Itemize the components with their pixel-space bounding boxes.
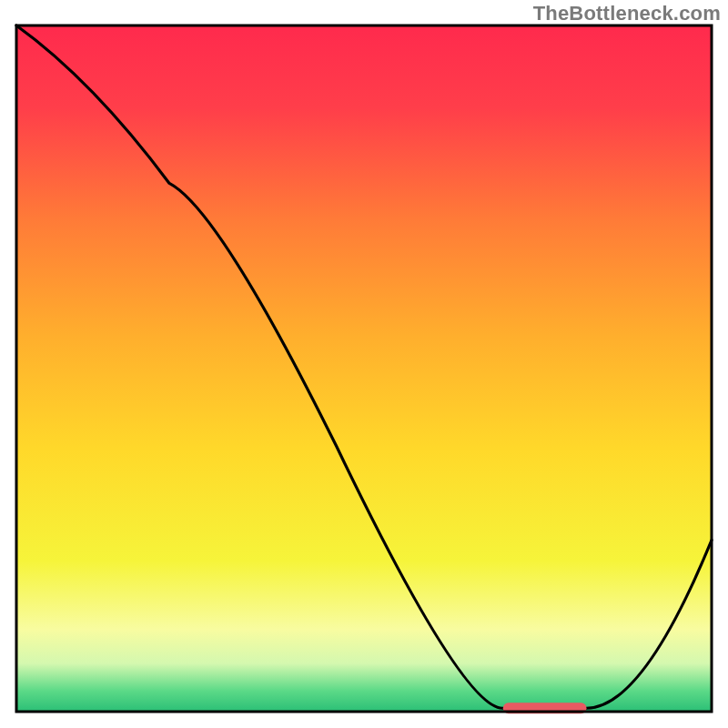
watermark-text: TheBottleneck.com bbox=[533, 2, 721, 25]
bottleneck-chart-svg bbox=[0, 0, 728, 728]
chart-container: TheBottleneck.com bbox=[0, 0, 728, 728]
plot-background bbox=[16, 25, 712, 712]
